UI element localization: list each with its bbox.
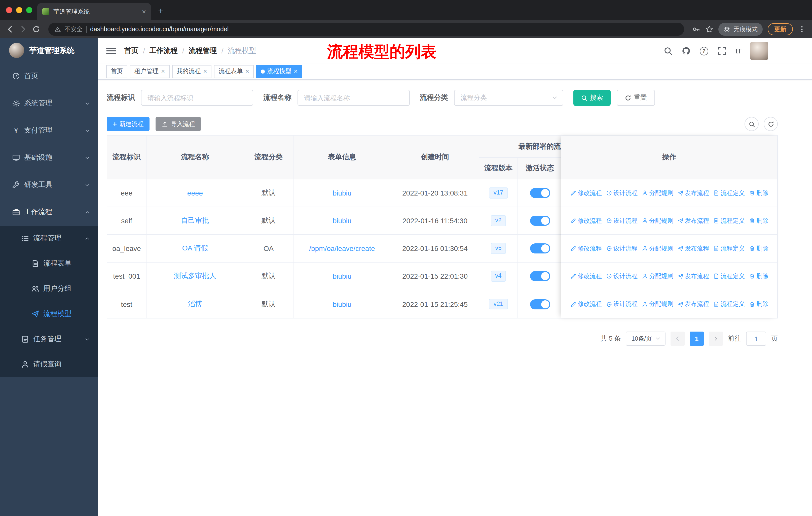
new-tab-button[interactable]: +	[158, 6, 163, 17]
back-icon[interactable]	[6, 25, 14, 33]
import-process-button[interactable]: 导入流程	[155, 117, 201, 131]
action-assign[interactable]: 分配规则	[642, 300, 673, 308]
action-publish[interactable]: 发布流程	[677, 216, 709, 225]
address-bar[interactable]: 不安全 dashboard.yudao.iocoder.cn/bpm/manag…	[48, 23, 684, 36]
window-zoom-button[interactable]	[26, 7, 32, 13]
process-name-link[interactable]: 自己审批	[181, 216, 209, 225]
active-toggle[interactable]	[530, 271, 550, 281]
reset-button[interactable]: 重置	[617, 90, 655, 106]
form-info-link[interactable]: /bpm/oa/leave/create	[309, 244, 375, 252]
tag-close-icon[interactable]: ×	[161, 68, 165, 75]
action-assign[interactable]: 分配规则	[642, 189, 673, 197]
active-toggle[interactable]	[530, 188, 550, 198]
action-edit[interactable]: 修改流程	[570, 216, 602, 225]
action-publish[interactable]: 发布流程	[677, 300, 709, 308]
fullscreen-icon[interactable]	[717, 46, 726, 55]
breadcrumb-item[interactable]: 工作流程	[149, 46, 178, 55]
search-button[interactable]: 搜索	[573, 90, 611, 106]
toggle-search-button[interactable]	[745, 117, 759, 131]
browser-tab[interactable]: 芋道管理系统 ×	[37, 3, 151, 20]
action-delete[interactable]: 删除	[749, 244, 768, 253]
action-definition[interactable]: 流程定义	[713, 300, 745, 308]
action-assign[interactable]: 分配规则	[642, 272, 673, 280]
action-delete[interactable]: 删除	[749, 272, 768, 280]
tag-0[interactable]: 首页	[106, 65, 127, 78]
tag-3[interactable]: 流程表单×	[214, 65, 254, 78]
prev-page-button[interactable]	[671, 332, 685, 346]
url-text[interactable]: dashboard.yudao.iocoder.cn/bpm/manager/m…	[90, 26, 229, 33]
action-edit[interactable]: 修改流程	[570, 189, 602, 197]
form-info-link[interactable]: biubiu	[333, 272, 352, 280]
breadcrumb-item[interactable]: 首页	[124, 46, 139, 55]
tag-close-icon[interactable]: ×	[203, 68, 207, 75]
create-process-button[interactable]: + 新建流程	[107, 117, 149, 131]
action-definition[interactable]: 流程定义	[713, 216, 745, 225]
sidebar-item-flow[interactable]: 流程管理	[0, 226, 98, 251]
sidebar-item-send[interactable]: 流程模型	[0, 301, 98, 327]
action-edit[interactable]: 修改流程	[570, 300, 602, 308]
sidebar-item-dashboard[interactable]: 首页	[0, 62, 98, 90]
window-close-button[interactable]	[6, 7, 12, 13]
form-info-link[interactable]: biubiu	[333, 217, 352, 225]
active-toggle[interactable]	[530, 243, 550, 253]
process-key-input[interactable]	[141, 90, 253, 106]
active-toggle[interactable]	[530, 216, 550, 226]
action-design[interactable]: 设计流程	[606, 300, 638, 308]
tag-close-icon[interactable]: ×	[245, 68, 249, 75]
process-name-input[interactable]	[297, 90, 410, 106]
sidebar-item-task[interactable]: 任务管理	[0, 327, 98, 352]
sidebar-item-person[interactable]: 请假查询	[0, 352, 98, 377]
action-design[interactable]: 设计流程	[606, 244, 638, 253]
sidebar-item-monitor[interactable]: 基础设施	[0, 144, 98, 171]
refresh-table-button[interactable]	[764, 117, 778, 131]
action-edit[interactable]: 修改流程	[570, 244, 602, 253]
sidebar-item-briefcase[interactable]: 工作流程	[0, 198, 98, 226]
browser-menu-icon[interactable]	[798, 25, 806, 33]
action-design[interactable]: 设计流程	[606, 216, 638, 225]
process-name-link[interactable]: eeee	[187, 189, 203, 197]
page-size-select[interactable]: 10条/页	[626, 332, 666, 346]
password-key-icon[interactable]	[692, 25, 700, 33]
sidebar-item-users[interactable]: 用户分组	[0, 276, 98, 301]
process-name-link[interactable]: 测试多审批人	[174, 272, 216, 281]
active-toggle[interactable]	[530, 299, 550, 309]
process-name-link[interactable]: OA 请假	[182, 244, 208, 253]
reload-icon[interactable]	[32, 25, 40, 33]
category-select[interactable]: 流程分类	[454, 90, 563, 106]
action-definition[interactable]: 流程定义	[713, 244, 745, 253]
form-info-link[interactable]: biubiu	[333, 189, 352, 197]
github-icon[interactable]	[682, 46, 691, 55]
forward-icon[interactable]	[19, 25, 27, 33]
action-assign[interactable]: 分配规则	[642, 216, 673, 225]
action-assign[interactable]: 分配规则	[642, 244, 673, 253]
tag-active[interactable]: 流程模型×	[256, 65, 302, 78]
window-minimize-button[interactable]	[16, 7, 22, 13]
action-design[interactable]: 设计流程	[606, 272, 638, 280]
page-number-1[interactable]: 1	[690, 332, 704, 346]
bookmark-star-icon[interactable]	[705, 25, 713, 33]
sidebar-toggle-icon[interactable]	[106, 48, 116, 54]
tag-1[interactable]: 租户管理×	[130, 65, 169, 78]
update-button[interactable]: 更新	[768, 23, 793, 35]
help-icon[interactable]: ?	[700, 47, 708, 55]
action-publish[interactable]: 发布流程	[677, 189, 709, 197]
tag-2[interactable]: 我的流程×	[172, 65, 211, 78]
action-delete[interactable]: 删除	[749, 189, 768, 197]
search-icon[interactable]	[664, 46, 672, 55]
action-design[interactable]: 设计流程	[606, 189, 638, 197]
action-edit[interactable]: 修改流程	[570, 272, 602, 280]
sidebar-item-doc[interactable]: 流程表单	[0, 251, 98, 276]
user-avatar[interactable]	[750, 42, 768, 60]
action-delete[interactable]: 删除	[749, 216, 768, 225]
action-definition[interactable]: 流程定义	[713, 272, 745, 280]
sidebar-item-wrench[interactable]: 研发工具	[0, 171, 98, 198]
sidebar-item-yen[interactable]: ¥ 支付管理	[0, 117, 98, 144]
action-publish[interactable]: 发布流程	[677, 272, 709, 280]
tab-close-icon[interactable]: ×	[142, 7, 146, 16]
process-name-link[interactable]: 滔博	[188, 300, 202, 309]
font-size-icon[interactable]: tT	[735, 47, 741, 55]
sidebar-item-gear[interactable]: 系统管理	[0, 90, 98, 117]
action-definition[interactable]: 流程定义	[713, 189, 745, 197]
action-delete[interactable]: 删除	[749, 300, 768, 308]
next-page-button[interactable]	[709, 332, 723, 346]
